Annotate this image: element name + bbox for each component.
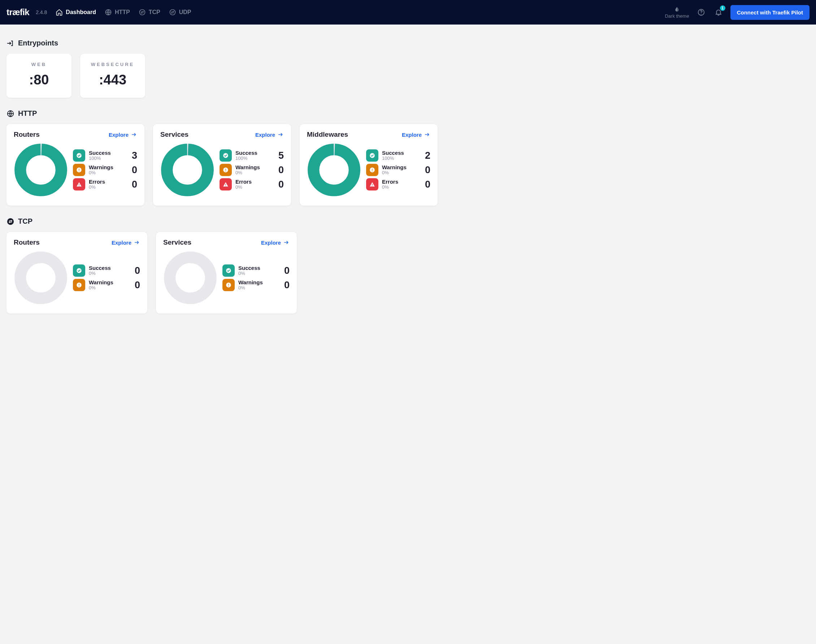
http-heading: HTTP [6, 109, 438, 118]
explore-link[interactable]: Explore [109, 132, 137, 138]
theme-toggle-label: Dark theme [665, 13, 689, 19]
nav-http-label: HTTP [115, 9, 130, 15]
entrypoint-port: :443 [84, 72, 141, 88]
nav-tcp-label: TCP [149, 9, 160, 15]
tcp-heading: TCP [6, 217, 438, 225]
nav-udp[interactable]: UDP [169, 9, 191, 16]
theme-toggle[interactable]: Dark theme [665, 6, 689, 19]
stat-label: Errors [235, 179, 271, 185]
warning-icon [223, 279, 235, 291]
arrow-right-icon [424, 132, 430, 138]
stat-pct: 0% [235, 170, 271, 176]
tcp-routers-card: Routers Explore Success0% 0 [6, 232, 147, 314]
tcp-services-card: Services Explore Success0% 0 [156, 232, 297, 314]
stat-pct: 0% [238, 271, 277, 276]
stat-pct: 0% [89, 185, 124, 190]
stat-count: 0 [128, 179, 137, 190]
top-navbar: træfik 2.4.8 Dashboard HTTP TCP UDP Dark… [0, 0, 816, 25]
notifications-badge: 1 [720, 5, 725, 11]
stat-count: 0 [280, 265, 290, 276]
card-title: Middlewares [307, 130, 348, 138]
stat-pct: 0% [89, 271, 127, 276]
stat-errors-row: Errors0% 0 [73, 178, 137, 190]
stat-count: 0 [421, 164, 430, 176]
stat-count: 0 [274, 179, 284, 190]
tcp-icon [139, 9, 146, 16]
check-icon [366, 149, 378, 162]
entrypoint-name: WEBSECURE [84, 62, 141, 67]
nav-tcp[interactable]: TCP [139, 9, 160, 16]
tcp-icon [6, 218, 14, 225]
stat-label: Warnings [238, 279, 277, 285]
explore-label: Explore [402, 132, 422, 138]
stat-label: Success [235, 150, 271, 156]
stat-label: Success [238, 265, 277, 271]
card-title: Services [160, 130, 189, 138]
stat-success-row: Success100% 5 [220, 149, 284, 162]
warning-icon [73, 279, 85, 291]
http-routers-card: Routers Explore Success100% 3 [6, 124, 144, 205]
arrow-right-icon [283, 239, 290, 245]
tcp-title: TCP [18, 217, 32, 225]
stat-label: Warnings [89, 279, 127, 285]
stat-label: Errors [89, 179, 124, 185]
stat-count: 2 [421, 150, 430, 161]
stat-success-row: Success100% 3 [73, 149, 137, 162]
error-icon [220, 178, 232, 190]
warning-icon [366, 164, 378, 176]
connect-pilot-button[interactable]: Connect with Traefik Pilot [730, 5, 810, 20]
arrow-right-icon [277, 132, 284, 138]
error-icon [73, 178, 85, 190]
http-middlewares-card: Middlewares Explore Success100% 2 [300, 124, 438, 205]
stat-warnings-row: Warnings0% 0 [366, 164, 430, 176]
stat-warnings-row: Warnings0% 0 [73, 279, 140, 291]
stat-count: 3 [128, 150, 137, 161]
notifications-button[interactable]: 1 [713, 7, 724, 18]
main-nav: Dashboard HTTP TCP UDP [55, 9, 191, 16]
entrypoint-card-websecure[interactable]: WEBSECURE :443 [80, 54, 145, 98]
card-title: Services [163, 238, 191, 247]
http-title: HTTP [18, 109, 37, 118]
check-icon [223, 264, 235, 277]
entrypoint-name: WEB [10, 62, 68, 67]
nav-http[interactable]: HTTP [105, 9, 130, 16]
udp-icon [169, 9, 176, 16]
stat-label: Warnings [235, 164, 271, 170]
explore-link[interactable]: Explore [261, 239, 290, 246]
home-icon [55, 9, 63, 16]
login-icon [6, 39, 14, 47]
donut-chart [307, 143, 361, 197]
entrypoints-heading: Entrypoints [6, 39, 438, 47]
check-icon [220, 149, 232, 162]
stat-success-row: Success0% 0 [223, 264, 290, 277]
stat-label: Success [382, 150, 417, 156]
stat-pct: 0% [382, 170, 417, 176]
globe-icon [6, 110, 14, 118]
stat-count: 0 [128, 164, 137, 176]
entrypoint-card-web[interactable]: WEB :80 [6, 54, 72, 98]
stat-pct: 100% [235, 156, 271, 161]
stat-pct: 100% [89, 156, 124, 161]
nav-dashboard-label: Dashboard [66, 9, 96, 15]
stat-label: Success [89, 265, 127, 271]
nav-udp-label: UDP [179, 9, 191, 15]
stat-label: Warnings [382, 164, 417, 170]
stat-warnings-row: Warnings0% 0 [73, 164, 137, 176]
explore-label: Explore [109, 132, 129, 138]
stat-count: 0 [131, 265, 140, 276]
help-button[interactable] [696, 7, 707, 18]
stat-label: Success [89, 150, 124, 156]
stat-errors-row: Errors0% 0 [220, 178, 284, 190]
explore-link[interactable]: Explore [402, 132, 430, 138]
nav-dashboard[interactable]: Dashboard [55, 9, 96, 16]
stat-success-row: Success0% 0 [73, 264, 140, 277]
globe-icon [105, 9, 112, 16]
card-title: Routers [14, 130, 40, 138]
donut-chart [14, 251, 68, 305]
stat-pct: 0% [89, 285, 127, 291]
stat-count: 0 [274, 164, 284, 176]
explore-link[interactable]: Explore [112, 239, 140, 246]
explore-link[interactable]: Explore [255, 132, 284, 138]
check-icon [73, 264, 85, 277]
stat-warnings-row: Warnings0% 0 [223, 279, 290, 291]
